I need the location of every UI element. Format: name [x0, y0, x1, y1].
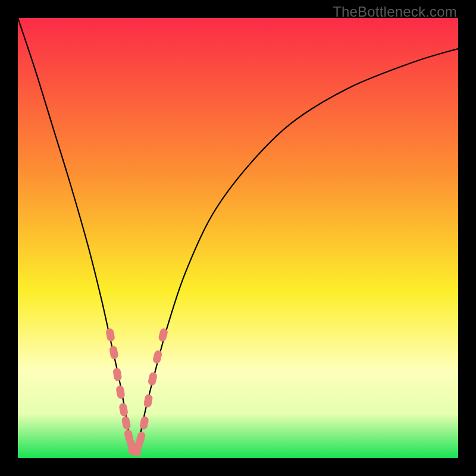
svg-rect-12	[139, 416, 149, 430]
bottleneck-curve	[18, 18, 458, 458]
watermark-text: TheBottleneck.com	[333, 4, 457, 20]
svg-rect-13	[143, 394, 154, 408]
plot-area	[18, 18, 458, 458]
curve-marker	[115, 385, 126, 399]
curve-marker	[112, 367, 122, 381]
svg-rect-6	[121, 416, 131, 430]
curve-marker	[152, 350, 163, 364]
curve-marker	[105, 328, 115, 342]
curve-marker	[121, 416, 131, 430]
svg-rect-5	[118, 403, 129, 417]
curve-marker	[143, 394, 154, 408]
curve-marker	[109, 345, 119, 359]
svg-rect-4	[115, 385, 126, 399]
marker-group	[105, 328, 168, 458]
svg-rect-1	[105, 328, 115, 342]
svg-rect-2	[109, 345, 119, 359]
curve-marker	[139, 416, 149, 430]
svg-rect-15	[152, 350, 163, 364]
curve-marker	[148, 372, 158, 386]
chart-frame: TheBottleneck.com	[0, 0, 476, 476]
curve-marker	[118, 403, 129, 417]
svg-rect-3	[112, 367, 122, 381]
svg-rect-14	[148, 372, 158, 386]
